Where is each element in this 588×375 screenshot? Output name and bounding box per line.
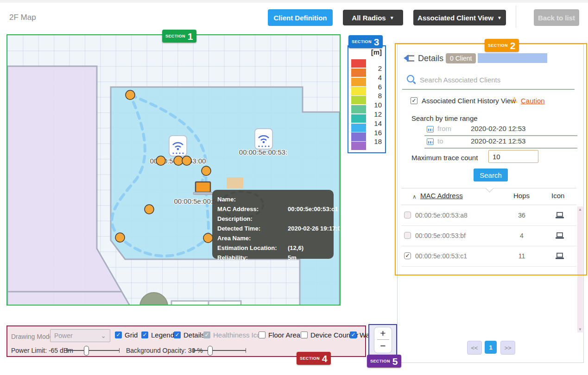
access-point-icon[interactable] [255, 129, 272, 149]
checkbox-icon: ✓ [141, 331, 148, 338]
details-checkbox[interactable]: ✓ Details [174, 331, 205, 339]
legend-checkbox[interactable]: ✓ Legend [141, 331, 174, 339]
calendar-icon[interactable] [427, 126, 434, 132]
section-word: SECTION [300, 356, 320, 361]
power-limit-slider-thumb[interactable] [84, 346, 89, 356]
trace-dot[interactable] [156, 156, 165, 165]
section-1-badge: SECTION 1 [162, 30, 196, 43]
caution-link[interactable]: Caution [521, 97, 545, 105]
access-point-icon[interactable] [169, 136, 187, 156]
section-number: 4 [322, 354, 328, 363]
grid-checkbox[interactable]: ✓ Grid [115, 331, 138, 339]
history-view-label: Associated Client History View [422, 97, 516, 105]
legend-tick: 16 [367, 128, 382, 138]
checkbox-label: Grid [125, 331, 138, 339]
room-bottom [171, 301, 241, 305]
legend-swatch [351, 96, 366, 104]
to-date-value[interactable]: 2020-02-21 12:53 [471, 137, 525, 145]
legend-tick: 18 [367, 137, 382, 146]
max-trace-count-input[interactable] [488, 150, 538, 163]
background-opacity-slider-thumb[interactable] [208, 346, 213, 356]
trace-dot[interactable] [203, 233, 213, 243]
section-number: 2 [510, 41, 516, 50]
tooltip-label: Description: [217, 214, 288, 224]
power-limit-slider[interactable] [67, 350, 120, 351]
row-hops: 4 [515, 232, 529, 239]
laptop-icon [556, 212, 564, 219]
search-underline [402, 89, 575, 90]
search-input[interactable] [419, 73, 569, 86]
client-laptop-icon[interactable] [193, 182, 213, 195]
from-date-value[interactable]: 2020-02-20 12:53 [471, 125, 525, 132]
all-radios-dropdown[interactable]: All Radios ▼ [343, 10, 403, 25]
associated-client-view-dropdown[interactable]: Associated Client View ▼ [413, 10, 506, 25]
trace-dot[interactable] [202, 166, 211, 175]
section-word: SECTION [165, 34, 185, 38]
scroll-down-icon[interactable]: ▼ [577, 327, 583, 331]
trace-dot[interactable] [115, 233, 125, 242]
legend-tick: 14 [367, 119, 382, 128]
column-header-icon: Icon [551, 192, 564, 200]
checkbox-icon: ✓ [115, 331, 122, 338]
healthiness-icon-checkbox: ✓ Healthiness Icon [203, 331, 265, 339]
trace-dot[interactable] [182, 156, 191, 165]
details-title: Details [418, 54, 443, 63]
scroll-up-icon[interactable]: ▲ [577, 207, 583, 212]
row-hops: 36 [515, 212, 529, 219]
calendar-icon[interactable] [427, 138, 434, 145]
legend-swatch [351, 69, 366, 77]
trace-dot[interactable] [145, 205, 154, 214]
search-icon [407, 75, 414, 82]
table-scrollbar[interactable]: ▲ ▼ [577, 206, 583, 332]
to-label: to [437, 137, 443, 145]
legend-swatch [351, 78, 366, 86]
section-number: 5 [392, 356, 398, 366]
trace-dot[interactable] [126, 90, 135, 100]
background-opacity-slider[interactable] [193, 350, 246, 351]
checkbox-icon [259, 331, 266, 338]
row-checkbox[interactable] [404, 232, 411, 239]
section-3-badge: SECTION 3 [348, 35, 383, 48]
column-circle [140, 293, 168, 305]
toolbar-divider [516, 6, 516, 28]
table-row[interactable]: 00:00:5e:00:53:a8 36 [401, 205, 576, 226]
legend-tick: 8 [367, 91, 382, 100]
client-definition-button[interactable]: Client Definition [268, 9, 333, 26]
tooltip-label: Name: [217, 194, 288, 204]
row-mac: 00:00:5e:00:53:a8 [415, 212, 468, 219]
history-view-checkbox[interactable]: ✓ [411, 97, 417, 104]
highlighted-input[interactable] [478, 53, 547, 63]
pagination-prev-button[interactable]: << [467, 341, 482, 355]
legend-swatch [351, 59, 366, 68]
row-mac: 00:00:5e:00:53:c1 [415, 252, 467, 260]
client-definition-label: Client Definition [274, 14, 327, 22]
zoom-in-button[interactable]: + [374, 327, 392, 339]
table-row[interactable]: 00:00:5e:00:53:bf 4 [401, 225, 576, 246]
sort-ascending-icon[interactable]: ∧ [412, 194, 417, 200]
max-trace-count-label: Maximum trace count [411, 154, 478, 162]
floor-map[interactable]: 00:00:5e:00:53:00 00:00:5e:00:53: 00:00:… [6, 34, 341, 306]
row-checkbox[interactable] [404, 212, 411, 219]
section-word: SECTION [370, 359, 390, 363]
drawing-mode-label: Drawing Mode: [11, 333, 55, 340]
laptop-icon [556, 232, 564, 239]
pagination-current-page[interactable]: 1 [485, 341, 497, 354]
back-arrow-icon[interactable] [402, 54, 415, 63]
drawing-mode-select[interactable]: Power ⌄ [50, 329, 110, 342]
pagination-next-button[interactable]: >> [500, 341, 515, 355]
row-checkbox[interactable]: ✓ [404, 252, 411, 259]
section-number: 3 [374, 37, 379, 47]
table-row[interactable]: ✓ 00:00:5e:00:53:c1 11 [401, 246, 576, 267]
search-button[interactable]: Search [474, 169, 508, 181]
floor-area-checkbox[interactable]: Floor Area [259, 331, 300, 339]
tooltip-label: MAC Address: [217, 204, 288, 214]
column-header-hops: Hops [513, 192, 530, 200]
section-word: SECTION [488, 43, 508, 48]
power-limit-label: Power Limit: -65 dBm [11, 347, 73, 354]
trace-dot[interactable] [174, 156, 183, 165]
legend-tick-labels: 2 4 6 8 10 12 14 16 18 [367, 64, 382, 146]
distance-legend: [m] 2 4 6 8 10 12 14 16 18 [348, 45, 386, 153]
zoom-out-button[interactable]: − [374, 340, 392, 352]
back-to-list-button[interactable]: Back to list [534, 9, 579, 26]
column-header-mac[interactable]: MAC Address [420, 192, 463, 200]
